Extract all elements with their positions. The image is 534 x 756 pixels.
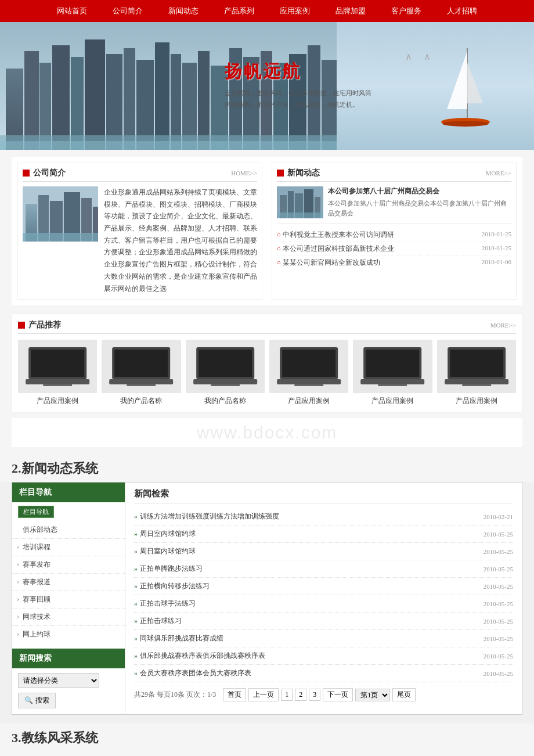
article-6[interactable]: »正拍击球练习 2010-05-25 xyxy=(134,613,513,630)
article-title-2: »周日室内球馆约球 xyxy=(134,546,196,556)
news-more[interactable]: MORE>> xyxy=(486,170,511,177)
article-title-7: »同球俱乐部挑战赛比赛成绩 xyxy=(134,633,223,643)
top-nav: 网站首页 公司简介 新闻动态 产品系列 应用案例 品牌加盟 客户服务 人才招聘 xyxy=(0,0,534,22)
article-5[interactable]: »正拍击球手法练习 2010-05-25 xyxy=(134,595,513,613)
article-date-1: 2010-05-25 xyxy=(484,531,513,538)
news-main: 新闻检索 »训练方法增加训练强度训练方法增加训练强度 2010-02-21 »周… xyxy=(125,483,522,714)
article-2[interactable]: »周日室内球馆约球 2010-05-25 xyxy=(134,543,513,560)
search-icon: 🔍 xyxy=(24,696,33,705)
menu-item-6[interactable]: ›网上约球 xyxy=(12,626,125,643)
menu-item-3[interactable]: ›赛事报道 xyxy=(12,574,125,591)
page-first-btn[interactable]: 首页 xyxy=(223,688,246,701)
page-3-btn[interactable]: 3 xyxy=(309,689,320,701)
page-next-btn[interactable]: 下一页 xyxy=(323,688,353,701)
news-system-container: 栏目导航 栏目导航 俱乐部动态 ›培训课程 ›赛事发布 ›赛事报道 ›赛事回顾 … xyxy=(0,482,534,723)
product-item-1[interactable]: 我的产品名称 xyxy=(102,340,181,406)
svg-rect-46 xyxy=(26,379,89,384)
sidebar-tag: 栏目导航 xyxy=(18,506,54,518)
article-title-1: »周日室内球馆约球 xyxy=(134,529,196,539)
news-list-item-0[interactable]: ○ 中利视觉土王教授来本公司访问调研 2010-01-25 xyxy=(277,228,511,242)
nav-brand[interactable]: 品牌加盟 xyxy=(323,0,378,22)
page-2-btn[interactable]: 2 xyxy=(295,689,306,701)
page-prev-btn[interactable]: 上一页 xyxy=(248,688,279,701)
news-header: 新闻动态 MORE>> xyxy=(277,168,511,182)
news-sidebar: 栏目导航 栏目导航 俱乐部动态 ›培训课程 ›赛事发布 ›赛事报道 ›赛事回顾 … xyxy=(12,483,125,714)
menu-item-2[interactable]: ›赛事发布 xyxy=(12,556,125,574)
nav-products[interactable]: 产品系列 xyxy=(211,0,267,22)
article-0[interactable]: »训练方法增加训练强度训练方法增加训练强度 2010-02-21 xyxy=(134,508,513,525)
article-title-8: »俱乐部挑战赛秩序表俱乐部挑战赛秩序表 xyxy=(134,651,265,661)
nav-service[interactable]: 客户服务 xyxy=(378,0,434,22)
menu-item-4[interactable]: ›赛事回顾 xyxy=(12,591,125,609)
news-top-content: 本公司参加第八十届广州商品交易会 本公司参加第八十届广州商品交易会本公司参加第八… xyxy=(328,186,511,218)
product-item-4[interactable]: 产品应用案例 xyxy=(353,340,432,406)
article-8[interactable]: »俱乐部挑战赛秩序表俱乐部挑战赛秩序表 2010-05-25 xyxy=(134,647,513,665)
news-top-img xyxy=(277,186,323,218)
product-item-3[interactable]: 产品应用案例 xyxy=(269,340,348,406)
news-system: 栏目导航 栏目导航 俱乐部动态 ›培训课程 ›赛事发布 ›赛事报道 ›赛事回顾 … xyxy=(12,482,522,715)
article-title-3: »正拍单脚跑步法练习 xyxy=(134,564,203,574)
article-title-4: »正拍横向转移步法练习 xyxy=(134,581,210,591)
hero-line2: 闲路桥鸭，用自的不水，闲风通道，指机近机。 xyxy=(225,100,371,110)
category-select[interactable]: 请选择分类 xyxy=(18,673,99,688)
section3-title: 3.教练风采系统 xyxy=(12,729,522,747)
hero-line1: 运营网络，推出风筒，住宅等普数据，住宅用时风筒 xyxy=(225,88,371,99)
article-title-6: »正拍击球练习 xyxy=(134,616,182,626)
pagination-info: 共29条 每页10条 页次：1/3 xyxy=(134,690,216,700)
company-more[interactable]: HOME>> xyxy=(231,170,257,177)
svg-marker-26 xyxy=(467,63,483,103)
menu-item-5[interactable]: ›网球技术 xyxy=(12,609,125,626)
product-name-3: 产品应用案例 xyxy=(288,397,330,405)
product-name-0: 产品应用案例 xyxy=(37,397,78,405)
products-icon xyxy=(18,322,25,329)
article-9[interactable]: »会员大赛秩序表团体会员大赛秩序表 2010-05-25 xyxy=(134,665,513,682)
hero-title: 扬帆远航 xyxy=(225,60,371,84)
sidebar-search-title: 新闻搜索 xyxy=(12,649,125,668)
page-jump-select[interactable]: 第1页 xyxy=(355,689,390,701)
product-item-0[interactable]: 产品应用案例 xyxy=(18,340,97,406)
news-title: 新闻动态 xyxy=(287,168,486,178)
product-img-4 xyxy=(353,340,432,393)
product-img-0 xyxy=(18,340,97,393)
svg-rect-63 xyxy=(378,384,407,386)
news-icon xyxy=(277,170,284,177)
news-section: 新闻动态 MORE>> 本公司参加第八十届广州商品交易会 xyxy=(272,163,517,300)
svg-rect-2 xyxy=(24,51,39,150)
page-last-btn[interactable]: 尾页 xyxy=(392,688,416,701)
product-item-2[interactable]: 我的产品名称 xyxy=(186,340,265,406)
nav-about[interactable]: 公司简介 xyxy=(100,0,156,22)
svg-rect-58 xyxy=(277,379,341,384)
svg-rect-23 xyxy=(0,141,337,150)
svg-rect-45 xyxy=(31,350,84,377)
products-more[interactable]: MORE>> xyxy=(490,322,516,329)
article-1[interactable]: »周日室内球馆约球 2010-05-25 xyxy=(134,525,513,543)
section2-heading: 2.新闻动态系统 xyxy=(0,455,534,482)
hero-text-block: 扬帆远航 运营网络，推出风筒，住宅等普数据，住宅用时风筒 闲路桥鸭，用自的不水，… xyxy=(225,60,371,110)
article-4[interactable]: »正拍横向转移步法练习 2010-05-25 xyxy=(134,578,513,595)
page-1-btn[interactable]: 1 xyxy=(281,689,293,701)
menu-item-0[interactable]: 俱乐部动态 xyxy=(12,521,125,539)
product-item-5[interactable]: 产品应用案例 xyxy=(437,340,516,406)
svg-rect-62 xyxy=(360,379,424,384)
news-item-date-0: 2010-01-25 xyxy=(482,231,511,239)
products-title: 产品推荐 xyxy=(28,320,490,330)
article-3[interactable]: »正拍单脚跑步法练习 2010-05-25 xyxy=(134,560,513,578)
news-list-item-2[interactable]: ○ 某某公司新官网站全新改版成功 2010-01-06 xyxy=(277,256,511,269)
article-7[interactable]: »同球俱乐部挑战赛比赛成绩 2010-05-25 xyxy=(134,630,513,647)
nav-home[interactable]: 网站首页 xyxy=(44,0,100,22)
nav-news[interactable]: 新闻动态 xyxy=(156,0,211,22)
svg-rect-47 xyxy=(43,384,72,386)
search-button[interactable]: 🔍 搜索 xyxy=(18,693,56,708)
article-date-4: 2010-05-25 xyxy=(484,583,513,590)
company-section: 公司简介 HOME>> xyxy=(17,163,262,300)
svg-rect-50 xyxy=(109,379,173,384)
news-list-item-1[interactable]: ○ 本公司通过国家科技部高新技术企业 2010-01-25 xyxy=(277,242,511,256)
product-img-5 xyxy=(437,340,516,393)
nav-jobs[interactable]: 人才招聘 xyxy=(434,0,490,22)
svg-rect-13 xyxy=(198,51,210,150)
product-name-5: 产品应用案例 xyxy=(456,397,497,405)
svg-rect-66 xyxy=(445,379,508,384)
article-date-3: 2010-05-25 xyxy=(484,566,513,573)
nav-cases[interactable]: 应用案例 xyxy=(267,0,323,22)
menu-item-1[interactable]: ›培训课程 xyxy=(12,539,125,556)
